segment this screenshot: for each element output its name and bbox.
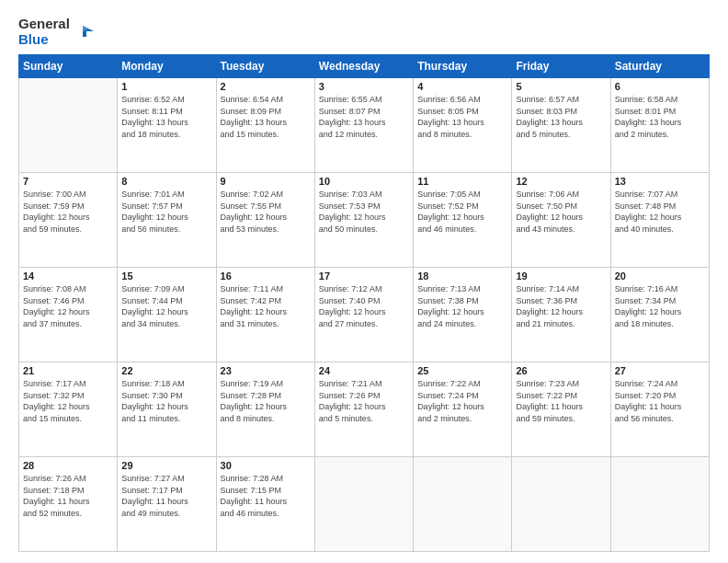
day-number: 20 <box>615 270 705 282</box>
day-detail: Sunrise: 7:23 AMSunset: 7:22 PMDaylight:… <box>516 378 606 424</box>
day-detail: Sunrise: 7:27 AMSunset: 7:17 PMDaylight:… <box>121 473 211 519</box>
calendar-cell: 2Sunrise: 6:54 AMSunset: 8:09 PMDaylight… <box>216 78 314 173</box>
day-number: 22 <box>121 365 211 376</box>
calendar-cell: 7Sunrise: 7:00 AMSunset: 7:59 PMDaylight… <box>19 173 118 268</box>
day-detail: Sunrise: 7:06 AMSunset: 7:50 PMDaylight:… <box>516 189 606 235</box>
day-number: 15 <box>121 270 211 282</box>
calendar-cell: 12Sunrise: 7:06 AMSunset: 7:50 PMDayligh… <box>512 173 610 268</box>
day-detail: Sunrise: 7:24 AMSunset: 7:20 PMDaylight:… <box>615 378 705 424</box>
day-number: 16 <box>221 270 311 282</box>
logo: General Blue <box>18 17 94 47</box>
day-detail: Sunrise: 7:17 AMSunset: 7:32 PMDaylight:… <box>23 378 113 424</box>
calendar-cell: 21Sunrise: 7:17 AMSunset: 7:32 PMDayligh… <box>19 362 118 457</box>
day-detail: Sunrise: 7:18 AMSunset: 7:30 PMDaylight:… <box>121 378 211 424</box>
day-detail: Sunrise: 7:11 AMSunset: 7:42 PMDaylight:… <box>221 283 311 329</box>
day-detail: Sunrise: 7:26 AMSunset: 7:18 PMDaylight:… <box>23 473 113 519</box>
col-header-thursday: Thursday <box>414 55 512 78</box>
calendar-cell: 24Sunrise: 7:21 AMSunset: 7:26 PMDayligh… <box>314 362 413 457</box>
day-detail: Sunrise: 6:52 AMSunset: 8:11 PMDaylight:… <box>121 94 211 140</box>
day-number: 21 <box>23 365 113 376</box>
day-detail: Sunrise: 7:12 AMSunset: 7:40 PMDaylight:… <box>319 283 409 329</box>
calendar-cell: 22Sunrise: 7:18 AMSunset: 7:30 PMDayligh… <box>118 362 216 457</box>
calendar-cell: 30Sunrise: 7:28 AMSunset: 7:15 PMDayligh… <box>216 457 314 552</box>
calendar-cell: 27Sunrise: 7:24 AMSunset: 7:20 PMDayligh… <box>610 362 709 457</box>
col-header-wednesday: Wednesday <box>314 55 413 78</box>
day-detail: Sunrise: 6:57 AMSunset: 8:03 PMDaylight:… <box>516 94 606 140</box>
calendar-table: SundayMondayTuesdayWednesdayThursdayFrid… <box>18 54 710 552</box>
calendar-cell: 23Sunrise: 7:19 AMSunset: 7:28 PMDayligh… <box>216 362 314 457</box>
calendar-cell <box>414 457 512 552</box>
calendar-cell: 3Sunrise: 6:55 AMSunset: 8:07 PMDaylight… <box>314 78 413 173</box>
day-number: 25 <box>417 365 507 376</box>
calendar-week-row: 1Sunrise: 6:52 AMSunset: 8:11 PMDaylight… <box>19 78 710 173</box>
day-detail: Sunrise: 7:14 AMSunset: 7:36 PMDaylight:… <box>516 283 606 329</box>
day-detail: Sunrise: 7:22 AMSunset: 7:24 PMDaylight:… <box>417 378 507 424</box>
calendar-cell: 15Sunrise: 7:09 AMSunset: 7:44 PMDayligh… <box>118 268 216 362</box>
calendar-week-row: 21Sunrise: 7:17 AMSunset: 7:32 PMDayligh… <box>19 362 710 457</box>
day-detail: Sunrise: 6:56 AMSunset: 8:05 PMDaylight:… <box>417 94 507 140</box>
calendar-cell <box>314 457 413 552</box>
col-header-sunday: Sunday <box>19 55 118 78</box>
day-detail: Sunrise: 7:07 AMSunset: 7:48 PMDaylight:… <box>615 189 705 235</box>
day-detail: Sunrise: 7:09 AMSunset: 7:44 PMDaylight:… <box>121 283 211 329</box>
calendar-cell: 14Sunrise: 7:08 AMSunset: 7:46 PMDayligh… <box>19 268 118 362</box>
day-number: 17 <box>319 270 409 282</box>
day-number: 8 <box>121 176 211 187</box>
calendar-cell: 17Sunrise: 7:12 AMSunset: 7:40 PMDayligh… <box>314 268 413 362</box>
day-number: 23 <box>221 365 311 376</box>
day-number: 6 <box>615 81 705 92</box>
day-number: 10 <box>319 176 409 187</box>
day-number: 7 <box>23 176 113 187</box>
day-number: 2 <box>221 81 311 92</box>
calendar-week-row: 14Sunrise: 7:08 AMSunset: 7:46 PMDayligh… <box>19 268 710 362</box>
calendar-cell <box>610 457 709 552</box>
calendar-week-row: 7Sunrise: 7:00 AMSunset: 7:59 PMDaylight… <box>19 173 710 268</box>
day-number: 27 <box>615 365 705 376</box>
calendar-cell: 18Sunrise: 7:13 AMSunset: 7:38 PMDayligh… <box>414 268 512 362</box>
day-detail: Sunrise: 7:28 AMSunset: 7:15 PMDaylight:… <box>221 473 311 519</box>
day-detail: Sunrise: 6:54 AMSunset: 8:09 PMDaylight:… <box>221 94 311 140</box>
calendar-cell: 5Sunrise: 6:57 AMSunset: 8:03 PMDaylight… <box>512 78 610 173</box>
day-number: 26 <box>516 365 606 376</box>
col-header-monday: Monday <box>118 55 216 78</box>
day-detail: Sunrise: 7:02 AMSunset: 7:55 PMDaylight:… <box>221 189 311 235</box>
day-detail: Sunrise: 7:03 AMSunset: 7:53 PMDaylight:… <box>319 189 409 235</box>
calendar-cell: 6Sunrise: 6:58 AMSunset: 8:01 PMDaylight… <box>610 78 709 173</box>
col-header-tuesday: Tuesday <box>216 55 314 78</box>
calendar-cell: 28Sunrise: 7:26 AMSunset: 7:18 PMDayligh… <box>19 457 118 552</box>
day-number: 13 <box>615 176 705 187</box>
calendar-cell: 4Sunrise: 6:56 AMSunset: 8:05 PMDaylight… <box>414 78 512 173</box>
calendar-cell: 9Sunrise: 7:02 AMSunset: 7:55 PMDaylight… <box>216 173 314 268</box>
day-number: 18 <box>417 270 507 282</box>
calendar-cell: 25Sunrise: 7:22 AMSunset: 7:24 PMDayligh… <box>414 362 512 457</box>
calendar-cell <box>512 457 610 552</box>
calendar-cell: 11Sunrise: 7:05 AMSunset: 7:52 PMDayligh… <box>414 173 512 268</box>
logo-general: General <box>18 17 70 32</box>
logo-blue: Blue <box>18 32 70 48</box>
day-number: 28 <box>23 460 113 471</box>
day-number: 24 <box>319 365 409 376</box>
day-detail: Sunrise: 7:01 AMSunset: 7:57 PMDaylight:… <box>121 189 211 235</box>
calendar-cell: 13Sunrise: 7:07 AMSunset: 7:48 PMDayligh… <box>610 173 709 268</box>
calendar-cell: 16Sunrise: 7:11 AMSunset: 7:42 PMDayligh… <box>216 268 314 362</box>
day-number: 19 <box>516 270 606 282</box>
day-number: 4 <box>417 81 507 92</box>
day-number: 29 <box>121 460 211 471</box>
calendar-cell: 20Sunrise: 7:16 AMSunset: 7:34 PMDayligh… <box>610 268 709 362</box>
day-detail: Sunrise: 7:00 AMSunset: 7:59 PMDaylight:… <box>23 189 113 235</box>
calendar-cell: 26Sunrise: 7:23 AMSunset: 7:22 PMDayligh… <box>512 362 610 457</box>
calendar-cell: 19Sunrise: 7:14 AMSunset: 7:36 PMDayligh… <box>512 268 610 362</box>
calendar-cell: 1Sunrise: 6:52 AMSunset: 8:11 PMDaylight… <box>118 78 216 173</box>
day-detail: Sunrise: 6:58 AMSunset: 8:01 PMDaylight:… <box>615 94 705 140</box>
day-detail: Sunrise: 7:13 AMSunset: 7:38 PMDaylight:… <box>417 283 507 329</box>
calendar-cell: 29Sunrise: 7:27 AMSunset: 7:17 PMDayligh… <box>118 457 216 552</box>
day-detail: Sunrise: 7:05 AMSunset: 7:52 PMDaylight:… <box>417 189 507 235</box>
day-number: 3 <box>319 81 409 92</box>
day-number: 5 <box>516 81 606 92</box>
day-number: 12 <box>516 176 606 187</box>
day-detail: Sunrise: 7:08 AMSunset: 7:46 PMDaylight:… <box>23 283 113 329</box>
day-number: 1 <box>121 81 211 92</box>
logo-bird-icon <box>74 22 94 42</box>
day-number: 30 <box>221 460 311 471</box>
day-number: 14 <box>23 270 113 282</box>
